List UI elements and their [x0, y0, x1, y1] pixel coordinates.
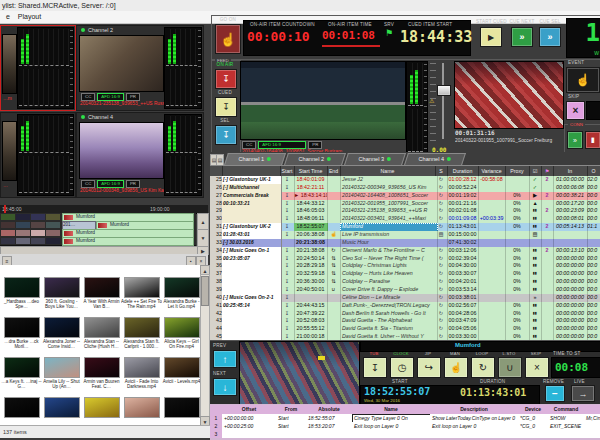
tab-channel-1[interactable]: Channel 1 — [224, 153, 286, 165]
timeline-clip-thumbnail — [16, 238, 30, 244]
preview-button-jip[interactable]: ↪ — [417, 357, 441, 378]
playlist-row[interactable]: 43↧20:52:08:03David Guetta - The Alphabe… — [210, 317, 600, 325]
commands-column-header-command[interactable]: Command — [548, 405, 585, 414]
onair-itemtime-value: 00:01:08 — [322, 29, 382, 45]
playlist-row[interactable]: 31[-] Glastonbury UK-2↧18:52:55:07Mumfor… — [210, 223, 600, 231]
media-item[interactable] — [41, 397, 82, 425]
playlist-row[interactable]: 29↧18:46:05:0320140321-235138_939653_++U… — [210, 207, 600, 215]
tab-onair-dot — [387, 157, 391, 161]
playlist-row[interactable]: 26[-] Multichannel↧18:42:21:1120140322-0… — [210, 184, 600, 192]
playlist-row[interactable]: 30↧18:48:06:1120140322-003401_939641_++M… — [210, 215, 600, 223]
playlist-row[interactable]: 27Commercials Break↧► 18:43:14:102014040… — [210, 192, 600, 200]
onair-cue-button[interactable]: ↧ — [215, 69, 237, 89]
playlist-row[interactable]: 34[-] Music Goes On-1↧20:21:38:08↻Clemen… — [210, 247, 600, 255]
master-fader[interactable]: ⚠0.00 — [428, 61, 452, 153]
playlist-row[interactable]: 3201:28:43:01↧20:06:38:08☝Live IP transm… — [210, 231, 600, 239]
playlist-row[interactable]: 40[-] Music Goes On-2-1↧Céline Dion -- L… — [210, 294, 600, 302]
next-button[interactable]: ↓ — [213, 378, 237, 396]
media-item[interactable]: Alexandra Stan ft. Carlprit - 1.000… — [121, 317, 162, 354]
commands-column-header-absolute[interactable]: Absolute — [306, 405, 353, 414]
prev-button[interactable]: ↑ — [213, 350, 237, 368]
cue-next-button[interactable]: » — [511, 27, 533, 47]
preview-button-lsto[interactable]: ∪ — [498, 357, 522, 378]
commands-column-header-from[interactable]: From — [276, 405, 307, 414]
tab-channel-4[interactable]: Channel 4 — [404, 153, 466, 165]
media-item[interactable]: _Hardbass …deo Spe… — [1, 277, 42, 314]
media-item[interactable]: A Year With Armin Van B… — [81, 277, 122, 314]
go-on-button[interactable]: ☝ — [215, 24, 241, 54]
playlist-row[interactable]: 38↧20:36:30:00⇅Coldplay -- Paradise↻00:0… — [210, 278, 600, 286]
playlist-row[interactable]: 33[-] 30.03.201620:21:38:08Music Hour07:… — [210, 239, 600, 247]
media-item[interactable] — [1, 397, 42, 425]
playlist-row[interactable]: 25[-] Glastonbury UK-1↧18:40:01:09Jesse … — [210, 176, 600, 184]
media-item[interactable] — [161, 397, 200, 425]
playlist-row[interactable]: 2800:10:33:21↧18:44:33:1220140322-001955… — [210, 200, 600, 208]
duration-label: DURATION — [480, 379, 520, 384]
media-item[interactable]: Amelia Lily -- Shut Up (An… — [41, 357, 82, 394]
media-item[interactable]: …a Keys ft. …inaj -- G… — [1, 357, 42, 394]
fader-knob[interactable] — [437, 85, 451, 96]
playlist-row[interactable]: 4100:25:45:14↧20:44:43:15Daft.Punk-_-Der… — [210, 302, 600, 310]
media-item[interactable]: Alicia Keys -- Girl On Fire.mp4 — [161, 317, 200, 354]
event-button[interactable]: ☝ — [566, 67, 600, 93]
media-item[interactable]: …dra Burke …ck Moril… — [1, 317, 42, 354]
playlist-row[interactable]: 45↧21:00:00:18David Guetta ft. Usher -- … — [210, 333, 600, 340]
playlist-row[interactable]: 39↧20:40:50:01∪Cover Drive ft. Dappy -- … — [210, 286, 600, 294]
media-item[interactable]: Avicii - Levels.mp4 — [161, 357, 200, 394]
media-item[interactable]: Alexandra Joner -- Come Insid… — [41, 317, 82, 354]
commands-row[interactable]: 3 — [210, 430, 600, 438]
media-item[interactable]: 360 ft. Gosling - Boys Like You… — [41, 277, 82, 314]
cued-monitor-timecode: 00:01:31:16 — [455, 129, 525, 137]
conn-take-button[interactable]: ▮ — [585, 131, 600, 149]
playlist-row[interactable]: 36↧20:28:29:18⇅Coldplay - Christmas Ligh… — [210, 262, 600, 270]
preview-button-tub[interactable]: ↧ — [363, 357, 387, 378]
commands-column-header-name[interactable]: Name — [352, 405, 431, 414]
badge-afd: AFD 16:9 — [97, 93, 124, 101]
preview-button-skip[interactable]: × — [525, 357, 549, 378]
media-item[interactable]: Alexandra Stan -- Cliche (Hush H… — [81, 317, 122, 354]
playlist-row[interactable]: 42↧20:47:39:22Dash Berlin ft Sarah Howel… — [210, 310, 600, 318]
preview-button-loop[interactable]: ↻ — [471, 357, 495, 378]
media-item[interactable]: Alexandra Burke - Let It Go.mp4 — [161, 277, 200, 314]
playlist-tab-bar: ▤▤Channel 1Channel 2Channel 3Channel 4 — [210, 152, 600, 166]
media-item[interactable] — [121, 397, 162, 425]
commands-column-header-offset[interactable]: Offset — [222, 405, 277, 414]
cue-sel-button[interactable]: » — [539, 27, 561, 47]
tab-channel-3[interactable]: Channel 3 — [344, 153, 406, 165]
playlist-row[interactable]: 44↧20:55:55:12David Guetta ft. Sia - Tit… — [210, 325, 600, 333]
timeline-track[interactable]: Mumford — [0, 237, 196, 246]
remove-button[interactable]: − — [545, 385, 565, 402]
skip-button[interactable]: × — [566, 101, 585, 120]
commands-column-header-option1[interactable]: Option1 — [584, 405, 600, 414]
media-item[interactable]: Adele ++ Set Fire To The Rain.mp4 — [121, 277, 162, 314]
preview-button-clock[interactable]: ◷ — [390, 357, 414, 378]
sel-cue-button[interactable]: ↧ — [215, 125, 237, 145]
timeline-scroll-down[interactable]: ▼ — [197, 229, 209, 247]
media-item[interactable]: Avicii - Fade Into Darkness.mp4 — [121, 357, 162, 394]
timeline-clip-mumford[interactable]: Mumford — [62, 237, 194, 246]
live-button[interactable]: → — [571, 385, 595, 402]
playlist-row[interactable]: 3500:23:05:07↧20:24:50:14⇅Cleo Sol -- Ne… — [210, 255, 600, 263]
tab-channel-2[interactable]: Channel 2 — [284, 153, 346, 165]
cued-cue-button[interactable]: ↧ — [215, 97, 237, 117]
timeline-clip-thumbnail — [1, 238, 15, 244]
media-item-thumbnail — [84, 397, 120, 418]
srv-flag-icon: ⚑ — [385, 28, 395, 40]
menu-item-playout[interactable]: Playout — [18, 13, 41, 20]
media-scroll-thumb[interactable] — [201, 276, 209, 306]
media-item[interactable] — [81, 397, 122, 425]
commands-row[interactable]: 1+00:00:00:00Start18:52:55:07Cinegy Type… — [210, 414, 600, 422]
start-cued-button[interactable]: ▶ — [480, 27, 502, 47]
preview-button-man[interactable]: ☝ — [444, 357, 468, 378]
commands-column-header-description[interactable]: Description — [430, 405, 519, 414]
playlist-row[interactable]: 37↧20:32:59:18⇅Coldplay -- Hurts Like He… — [210, 270, 600, 278]
commands-column-header-device[interactable]: Device — [518, 405, 549, 414]
tab-onair-dot — [267, 157, 271, 161]
timeline-clip-icon — [64, 239, 73, 244]
conn-cue-button[interactable]: » — [567, 131, 583, 149]
menu-item-file[interactable]: e — [6, 13, 10, 20]
media-item[interactable]: Armin van Buuren Feat. C… — [81, 357, 122, 394]
commands-row[interactable]: 2+00:00:25:00Start18:53:20:07Exit loop o… — [210, 422, 600, 430]
cued-video-monitor — [454, 61, 564, 129]
skip-label: SKIP — [568, 94, 596, 100]
